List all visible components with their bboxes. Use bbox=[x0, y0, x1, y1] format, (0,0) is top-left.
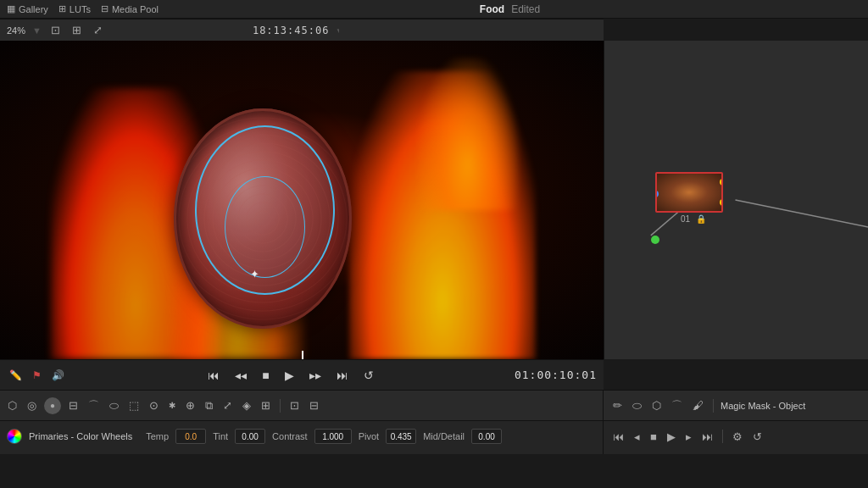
play-btn[interactable]: ▶ bbox=[281, 367, 298, 384]
magic-mask-toolbar: ✏ ⬭ ⬡ ⌒ 🖌 Magic Mask - Object bbox=[604, 391, 868, 421]
panel-toggle-1[interactable]: ⊡ bbox=[287, 398, 302, 413]
pivot-label: Pivot bbox=[359, 431, 379, 441]
pen-tool-btn[interactable]: ✏️ bbox=[7, 369, 25, 382]
project-status: Edited bbox=[511, 3, 540, 15]
gallery-label: Gallery bbox=[19, 4, 48, 14]
mm-skip-end[interactable]: ⏭ bbox=[699, 430, 715, 444]
magic-mask-controls: ⏮ ◂ ■ ▶ ▸ ⏭ ⚙ ↺ bbox=[604, 421, 868, 452]
node-label: 01 🔒 bbox=[655, 214, 732, 224]
mask-ellipse-btn[interactable]: ⬭ bbox=[630, 398, 644, 413]
stop-btn[interactable]: ■ bbox=[258, 367, 273, 384]
top-timecode: 18:13:45:06 bbox=[253, 25, 329, 36]
color-wheels-panel: ⬡ ◎ ● ⊟ ⌒ ⬭ ⬚ ⊙ ✱ ⊕ ⧉ ⤢ ◈ ⊞ ⊡ ⊟ Primarie… bbox=[0, 391, 604, 454]
selection-oval-inner bbox=[225, 176, 305, 278]
separator-1 bbox=[280, 399, 281, 413]
playback-bar: ✏️ ⚑ 🔊 ⏮ ◂◂ ■ ▶ ▸▸ ⏭ ↺ 01:00:10:01 bbox=[0, 359, 604, 390]
cursor-indicator: ✦ bbox=[250, 268, 259, 280]
mm-step-back[interactable]: ◂ bbox=[632, 430, 643, 444]
skip-to-end-btn[interactable]: ⏭ bbox=[332, 367, 353, 384]
gallery-icon: ▦ bbox=[7, 3, 15, 14]
mm-stop[interactable]: ■ bbox=[648, 430, 659, 444]
tint-value[interactable]: 0.00 bbox=[235, 429, 265, 444]
preview-panel: ✦ bbox=[0, 41, 604, 359]
mask-brush-btn[interactable]: 🖌 bbox=[690, 398, 706, 413]
flame-top-right bbox=[417, 58, 519, 210]
color-values-row: Primaries - Color Wheels Temp 0.0 Tint 0… bbox=[0, 421, 603, 452]
mask-polygon-btn[interactable]: ⬡ bbox=[649, 398, 664, 413]
mm-play[interactable]: ▶ bbox=[665, 430, 678, 444]
node-thumbnail bbox=[655, 172, 723, 213]
main-area: ✦ 01 🔒 bbox=[0, 41, 868, 359]
mid-detail-value[interactable]: 0.00 bbox=[471, 429, 502, 444]
top-bar-left: ▦ Gallery ⊞ LUTs ⊟ Media Pool bbox=[7, 3, 159, 14]
transform-btn[interactable]: ⤢ bbox=[91, 23, 105, 37]
sizing-icon[interactable]: ⤢ bbox=[220, 398, 235, 413]
tint-label: Tint bbox=[213, 431, 228, 441]
step-forward-btn[interactable]: ▸▸ bbox=[305, 367, 326, 384]
bars-icon[interactable]: ⊟ bbox=[66, 398, 81, 413]
color-toolbar: ⬡ ◎ ● ⊟ ⌒ ⬭ ⬚ ⊙ ✱ ⊕ ⧉ ⤢ ◈ ⊞ ⊡ ⊟ bbox=[0, 391, 603, 421]
blur-icon[interactable]: ⊕ bbox=[183, 398, 198, 413]
panel-toggle-2[interactable]: ⊟ bbox=[307, 398, 321, 413]
3d-icon[interactable]: ◈ bbox=[240, 398, 253, 413]
node-thumb-image bbox=[657, 174, 721, 211]
magic-mask-panel: ✏ ⬭ ⬡ ⌒ 🖌 Magic Mask - Object ⏮ ◂ ■ ▶ ▸ … bbox=[604, 391, 868, 454]
playback-timecode: 01:00:10:01 bbox=[515, 369, 597, 381]
step-back-btn[interactable]: ◂◂ bbox=[231, 367, 251, 384]
mm-forward[interactable]: ▸ bbox=[683, 430, 694, 444]
luts-label: LUTs bbox=[70, 4, 91, 14]
luts-menu-item[interactable]: ⊞ LUTs bbox=[58, 3, 91, 14]
color-scope-btn[interactable]: ◎ bbox=[25, 398, 39, 413]
node-editor-panel: 01 🔒 bbox=[604, 41, 868, 359]
tracker-icon[interactable]: ⊙ bbox=[147, 398, 161, 413]
qualifier-icon[interactable]: ⬭ bbox=[107, 398, 121, 413]
key-icon[interactable]: ⧉ bbox=[203, 398, 215, 413]
svg-line-0 bbox=[736, 200, 868, 227]
node-output-top[interactable] bbox=[720, 179, 723, 186]
flag-btn[interactable]: ⚑ bbox=[30, 369, 44, 382]
bottom-panels: ⬡ ◎ ● ⊟ ⌒ ⬭ ⬚ ⊙ ✱ ⊕ ⧉ ⤢ ◈ ⊞ ⊡ ⊟ Primarie… bbox=[0, 390, 868, 454]
project-name: Food bbox=[480, 3, 504, 15]
separator-2 bbox=[713, 399, 714, 413]
media-pool-menu-item[interactable]: ⊟ Media Pool bbox=[101, 3, 159, 14]
node-selector-btn[interactable]: ⬡ bbox=[5, 398, 19, 413]
audio-btn[interactable]: 🔊 bbox=[49, 369, 67, 382]
skip-to-start-btn[interactable]: ⏮ bbox=[203, 367, 224, 384]
curves-icon[interactable]: ⌒ bbox=[86, 398, 102, 413]
magic-mask-label: Magic Mask - Object bbox=[721, 401, 805, 411]
node-01[interactable]: 01 🔒 bbox=[655, 172, 732, 224]
wheels-active-btn[interactable]: ● bbox=[44, 397, 61, 414]
luts-icon: ⊞ bbox=[58, 3, 66, 14]
node-output-bottom[interactable] bbox=[720, 199, 723, 206]
media-pool-label: Media Pool bbox=[112, 4, 159, 14]
hdr-icon[interactable]: ⊞ bbox=[259, 398, 273, 413]
zoom-level[interactable]: 24% bbox=[7, 25, 25, 36]
loop-btn[interactable]: ↺ bbox=[359, 367, 378, 384]
preview-toolbar: 24% ▼ ⊡ ⊞ ⤢ 18:13:45:06 ▼ ↺ ⊞ ••• ⊹ ✋ bbox=[0, 19, 604, 41]
mask-pen-btn[interactable]: ✏ bbox=[610, 398, 625, 413]
mid-detail-label: Mid/Detail bbox=[423, 431, 465, 441]
mask-curve-btn[interactable]: ⌒ bbox=[669, 398, 685, 413]
node-connections-svg bbox=[604, 41, 868, 359]
contrast-label: Contrast bbox=[272, 431, 308, 441]
temp-value[interactable]: 0.0 bbox=[175, 429, 206, 444]
mm-settings[interactable]: ⚙ bbox=[730, 430, 745, 444]
burger-patty bbox=[148, 92, 377, 346]
project-info: Food Edited bbox=[480, 3, 540, 15]
top-bar: ▦ Gallery ⊞ LUTs ⊟ Media Pool Food Edite… bbox=[0, 0, 868, 19]
temp-label: Temp bbox=[146, 431, 169, 441]
pivot-value[interactable]: 0.435 bbox=[386, 429, 416, 444]
power-window-icon[interactable]: ⬚ bbox=[126, 398, 142, 413]
media-pool-icon: ⊟ bbox=[101, 3, 108, 14]
mm-skip-start[interactable]: ⏮ bbox=[610, 430, 626, 444]
playhead-marker bbox=[302, 351, 303, 359]
panel-title: Primaries - Color Wheels bbox=[29, 431, 132, 441]
gallery-menu-item[interactable]: ▦ Gallery bbox=[7, 3, 48, 14]
fit-icon[interactable]: ⊡ bbox=[48, 23, 63, 37]
mm-reset[interactable]: ↺ bbox=[750, 430, 765, 444]
contrast-value[interactable]: 1.000 bbox=[314, 429, 352, 444]
grid-icon[interactable]: ⊞ bbox=[70, 23, 84, 37]
magic-mask-icon[interactable]: ✱ bbox=[166, 400, 178, 412]
output-node[interactable] bbox=[651, 236, 659, 244]
color-wheel-display[interactable] bbox=[7, 429, 22, 444]
